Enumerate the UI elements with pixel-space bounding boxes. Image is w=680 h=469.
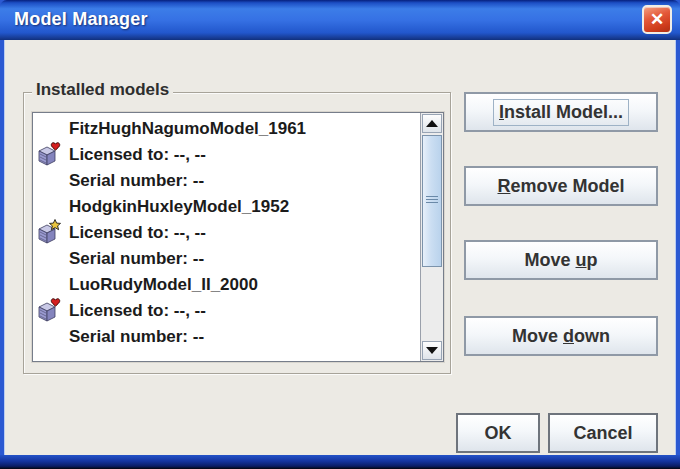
move-up-button[interactable]: Move up <box>464 240 658 280</box>
arrow-up-icon <box>426 120 438 127</box>
model-serial-number: Serial number: -- <box>69 246 420 272</box>
title-bar[interactable]: Model Manager ✕ <box>0 0 680 40</box>
package-icon <box>36 297 62 323</box>
cancel-label: Cancel <box>573 423 632 444</box>
heart-overlay-icon <box>51 299 59 306</box>
close-button[interactable]: ✕ <box>642 5 672 34</box>
package-icon <box>36 219 62 245</box>
install-model-button[interactable]: Install Model... <box>464 92 658 132</box>
dialog-content: Installed models FitzHughNagumoModel_196… <box>4 40 676 455</box>
window-title: Model Manager <box>14 9 148 30</box>
model-list-item[interactable]: LuoRudyModel_II_2000 Licensed to: --, --… <box>33 272 420 350</box>
model-name: FitzHughNagumoModel_1961 <box>69 116 420 142</box>
model-licensed-to: Licensed to: --, -- <box>69 220 420 246</box>
ok-button[interactable]: OK <box>456 413 540 453</box>
install-model-label: Install Model... <box>493 99 629 126</box>
groupbox-title: Installed models <box>32 80 173 100</box>
scroll-down-button[interactable] <box>422 341 442 360</box>
model-licensed-to: Licensed to: --, -- <box>69 298 420 324</box>
installed-models-groupbox: Installed models FitzHughNagumoModel_196… <box>23 92 451 374</box>
model-list-item[interactable]: FitzHughNagumoModel_1961 Licensed to: --… <box>33 116 420 194</box>
installed-models-list[interactable]: FitzHughNagumoModel_1961 Licensed to: --… <box>32 112 444 362</box>
model-licensed-to: Licensed to: --, -- <box>69 142 420 168</box>
model-list-item[interactable]: HodgkinHuxleyModel_1952 Licensed to: --,… <box>33 194 420 272</box>
cancel-button[interactable]: Cancel <box>548 413 658 453</box>
model-name: HodgkinHuxleyModel_1952 <box>69 194 420 220</box>
window-bottom-border <box>0 455 680 469</box>
arrow-down-icon <box>426 347 438 354</box>
scrollbar-thumb[interactable] <box>422 135 442 267</box>
model-name: LuoRudyModel_II_2000 <box>69 272 420 298</box>
vertical-scrollbar[interactable] <box>420 113 443 361</box>
remove-model-label: Remove Model <box>497 176 624 197</box>
scrollbar-grip-icon <box>426 196 438 205</box>
scroll-up-button[interactable] <box>422 114 442 133</box>
model-serial-number: Serial number: -- <box>69 324 420 350</box>
move-up-label: Move up <box>524 250 597 271</box>
model-rows: FitzHughNagumoModel_1961 Licensed to: --… <box>33 113 420 361</box>
close-icon: ✕ <box>650 11 664 28</box>
move-down-label: Move down <box>512 326 610 347</box>
model-serial-number: Serial number: -- <box>69 168 420 194</box>
move-down-button[interactable]: Move down <box>464 316 658 356</box>
model-manager-dialog: Model Manager ✕ Installed models Fi <box>0 0 680 469</box>
ok-label: OK <box>485 423 512 444</box>
remove-model-button[interactable]: Remove Model <box>464 166 658 206</box>
heart-overlay-icon <box>51 143 59 150</box>
package-icon <box>36 141 62 167</box>
